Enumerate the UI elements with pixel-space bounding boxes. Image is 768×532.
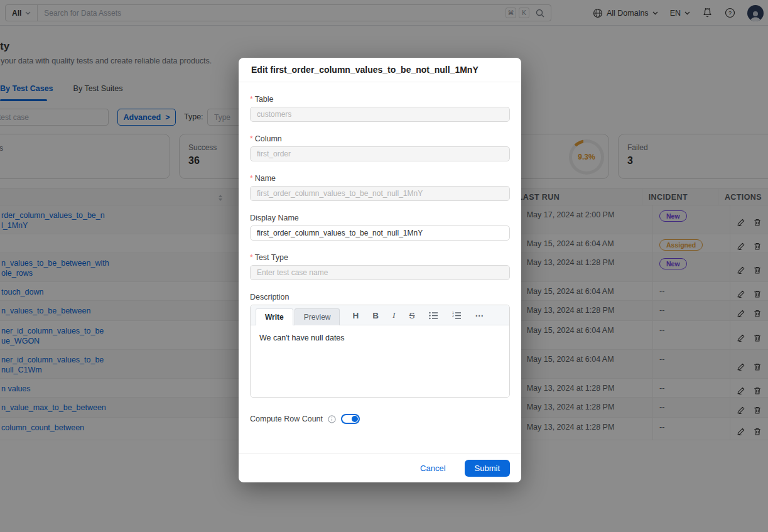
column-field-input <box>250 146 510 161</box>
app-screen: All ⌘ K All Domains <box>0 0 768 532</box>
test-type-field-input <box>250 265 510 280</box>
field-table: * Table <box>250 95 510 122</box>
compute-row-count-row: Compute Row Count <box>250 414 510 424</box>
italic-icon[interactable]: I <box>392 310 396 320</box>
heading-icon[interactable]: H <box>352 311 359 320</box>
modal-footer: Cancel Submit <box>239 453 521 482</box>
toggle-knob <box>352 416 358 422</box>
edit-test-case-modal: Edit first_order_column_values_to_be_not… <box>239 58 521 482</box>
bold-icon[interactable]: B <box>372 311 379 320</box>
field-display-name: Display Name <box>250 214 510 241</box>
modal-title: Edit first_order_column_values_to_be_not… <box>239 58 521 82</box>
required-marker: * <box>250 95 253 104</box>
strikethrough-icon[interactable]: S <box>409 311 414 320</box>
compute-row-count-toggle[interactable] <box>341 414 360 424</box>
numbered-list-icon[interactable]: 12 <box>452 312 462 320</box>
name-field-label: Name <box>255 174 276 183</box>
info-icon <box>328 415 336 423</box>
field-column: * Column <box>250 134 510 161</box>
display-name-field-label: Display Name <box>250 214 299 222</box>
more-icon[interactable]: ⋯ <box>475 310 485 320</box>
field-test-type: * Test Type <box>250 253 510 280</box>
submit-button[interactable]: Submit <box>465 460 510 477</box>
description-editor-content[interactable]: We can't have null dates <box>251 325 509 398</box>
preview-tab[interactable]: Preview <box>295 308 340 325</box>
description-field-label: Description <box>250 293 289 301</box>
required-marker: * <box>250 134 253 143</box>
editor-tools: HBIS12⋯ <box>352 310 484 325</box>
bullet-list-icon[interactable] <box>429 312 438 320</box>
table-field-input <box>250 107 510 122</box>
markdown-editor: Write Preview HBIS12⋯ We can't have null… <box>250 305 510 398</box>
field-name: * Name <box>250 174 510 201</box>
modal-body: * Table * Column * Name <box>239 82 521 453</box>
required-marker: * <box>250 174 253 183</box>
svg-text:2: 2 <box>452 314 454 318</box>
name-field-input <box>250 186 510 201</box>
required-marker: * <box>250 253 253 262</box>
field-description: Description Write Preview HBIS12⋯ We can… <box>250 293 510 398</box>
table-field-label: Table <box>255 95 274 104</box>
write-tab[interactable]: Write <box>256 308 293 325</box>
editor-toolbar: Write Preview HBIS12⋯ <box>251 305 509 325</box>
column-field-label: Column <box>255 134 282 143</box>
test-type-field-label: Test Type <box>255 253 288 262</box>
display-name-field-input[interactable] <box>250 225 510 241</box>
compute-row-count-label: Compute Row Count <box>250 415 323 423</box>
cancel-button[interactable]: Cancel <box>416 463 449 474</box>
